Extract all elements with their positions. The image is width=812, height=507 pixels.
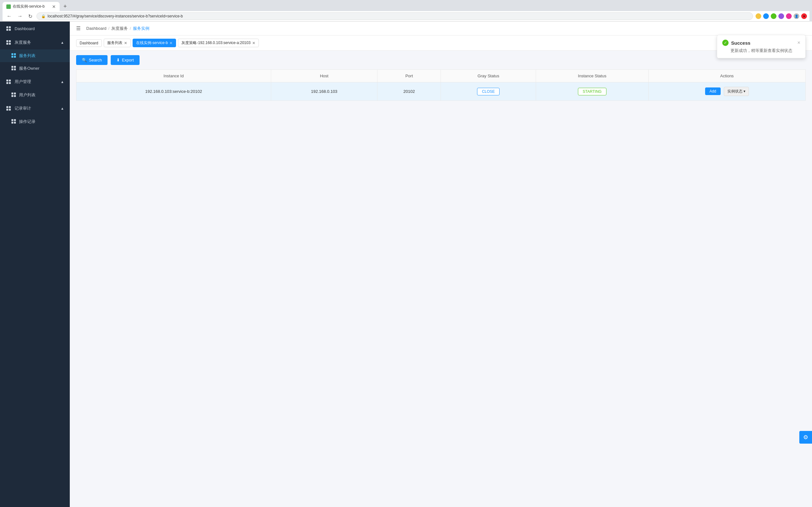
breadcrumb-dashboard[interactable]: Dashboard — [86, 26, 107, 31]
gear-icon: ⚙ — [803, 434, 808, 441]
cell-port: 20102 — [377, 82, 441, 101]
svg-rect-16 — [6, 79, 8, 81]
user-list-icon — [11, 93, 16, 98]
filter-tag-instance[interactable]: 在线实例-service-b ✕ — [133, 39, 176, 47]
breadcrumb-service-instance[interactable]: 服务实例 — [133, 26, 149, 32]
breadcrumb-gray-service[interactable]: 灰度服务 — [111, 26, 128, 32]
sidebar-label-op-log: 操作记录 — [19, 119, 36, 124]
svg-rect-19 — [9, 82, 11, 84]
back-button[interactable]: ← — [5, 13, 13, 20]
table-row: 192.168.0.103:service-b:20102 192.168.0.… — [77, 82, 806, 101]
sidebar-label-audit: 记录审计 — [14, 106, 31, 111]
address-bar[interactable]: 🔒 localhost:9527/#/gray/service/discover… — [37, 12, 753, 20]
sidebar-item-user-mgmt[interactable]: 用户管理 ▲ — [0, 75, 70, 89]
tab-bar: 在线实例-service-b ✕ + — [3, 2, 809, 11]
cell-instance-id: 192.168.0.103:service-b:20102 — [77, 82, 271, 101]
notification-close-button[interactable]: × — [798, 40, 800, 46]
sidebar-item-op-log[interactable]: 操作记录 — [0, 115, 70, 128]
svg-rect-1 — [9, 26, 11, 28]
gray-status-close-button[interactable]: CLOSE — [477, 88, 500, 95]
col-gray-status: Gray Status — [441, 70, 536, 82]
export-icon: ⬇ — [116, 58, 120, 62]
svg-rect-22 — [11, 95, 13, 97]
filter-tag-gray-strategy-close[interactable]: ✕ — [252, 41, 255, 45]
gray-service-icon — [6, 40, 11, 45]
svg-rect-2 — [6, 29, 8, 31]
svg-rect-28 — [11, 119, 13, 121]
filter-tag-dashboard[interactable]: Dashboard — [76, 39, 102, 47]
browser-ext-icon-1 — [756, 13, 761, 19]
dashboard-icon — [6, 26, 11, 32]
topbar: ☰ Dashboard / 灰度服务 / 服务实例 — [70, 21, 812, 36]
gray-service-arrow: ▲ — [61, 41, 64, 44]
tab-close-button[interactable]: ✕ — [52, 4, 56, 9]
sidebar-label-gray-service: 灰度服务 — [14, 40, 31, 45]
svg-rect-10 — [11, 56, 13, 58]
cell-host: 192.168.0.103 — [271, 82, 377, 101]
col-port: Port — [377, 70, 441, 82]
success-notification: ✓ Success × 更新成功，稍等重新查看实例状态 — [717, 35, 806, 58]
notification-body: 更新成功，稍等重新查看实例状态 — [722, 48, 800, 54]
svg-rect-17 — [9, 79, 11, 81]
filter-tag-instance-close[interactable]: ✕ — [169, 41, 172, 45]
svg-rect-7 — [9, 43, 11, 45]
col-instance-status: Instance Status — [536, 70, 649, 82]
instances-table: Instance Id Host Port Gray Status Instan… — [76, 69, 806, 101]
filter-tag-service-list-close[interactable]: ✕ — [124, 41, 127, 45]
filter-tag-gray-strategy[interactable]: 灰度策略-192.168.0.103:service-a:20103 ✕ — [178, 39, 258, 47]
svg-rect-29 — [14, 119, 16, 121]
export-button[interactable]: ⬇ Export — [111, 55, 140, 65]
filter-tag-service-list[interactable]: 服务列表 ✕ — [104, 39, 131, 47]
svg-rect-27 — [9, 109, 11, 111]
browser-tab[interactable]: 在线实例-service-b ✕ — [3, 2, 60, 11]
sidebar-label-user-list: 用户列表 — [19, 92, 36, 98]
svg-rect-30 — [11, 122, 13, 124]
search-button[interactable]: 🔍 Search — [76, 55, 107, 65]
table-container: Instance Id Host Port Gray Status Instan… — [70, 69, 812, 107]
instance-status-starting-button[interactable]: STARTING — [578, 88, 606, 95]
cell-gray-status: CLOSE — [441, 82, 536, 101]
tab-title: 在线实例-service-b — [13, 4, 45, 9]
cell-actions: Add 实例状态 ▾ — [648, 82, 805, 101]
forward-button[interactable]: → — [16, 13, 24, 20]
col-host: Host — [271, 70, 377, 82]
sidebar-item-service-owner[interactable]: 服务Owner — [0, 62, 70, 75]
browser-ext-icon-3 — [771, 13, 776, 19]
new-tab-button[interactable]: + — [61, 2, 69, 11]
instance-state-button[interactable]: 实例状态 ▾ — [724, 87, 749, 96]
browser-icons: 👤 ✕ — [756, 13, 807, 19]
svg-rect-14 — [11, 68, 13, 70]
browser-close-icon[interactable]: ✕ — [801, 13, 807, 19]
sidebar-item-user-list[interactable]: 用户列表 — [0, 89, 70, 101]
sidebar-item-dashboard[interactable]: Dashboard — [0, 21, 70, 36]
svg-rect-31 — [14, 122, 16, 124]
audit-arrow: ▲ — [61, 107, 64, 110]
settings-fab[interactable]: ⚙ — [799, 431, 812, 444]
user-mgmt-icon — [6, 79, 11, 84]
svg-rect-21 — [14, 93, 16, 95]
svg-rect-23 — [14, 95, 16, 97]
breadcrumb: Dashboard / 灰度服务 / 服务实例 — [86, 26, 149, 32]
hamburger-icon[interactable]: ☰ — [76, 25, 81, 32]
notification-header: ✓ Success × — [722, 40, 800, 46]
breadcrumb-sep-1: / — [108, 26, 110, 31]
service-list-icon — [11, 53, 16, 59]
svg-rect-4 — [6, 40, 8, 42]
sidebar-label-dashboard: Dashboard — [14, 26, 35, 31]
col-actions: Actions — [648, 70, 805, 82]
svg-rect-13 — [14, 66, 16, 68]
svg-rect-26 — [6, 109, 8, 111]
browser-chrome: 在线实例-service-b ✕ + ← → ↻ 🔒 localhost:952… — [0, 0, 812, 21]
profile-icon[interactable]: 👤 — [794, 13, 799, 19]
instance-state-dropdown-icon: ▾ — [744, 89, 745, 94]
add-button[interactable]: Add — [705, 88, 721, 95]
sidebar-item-service-list[interactable]: 服务列表 — [0, 49, 70, 62]
address-bar-row: ← → ↻ 🔒 localhost:9527/#/gray/service/di… — [3, 11, 809, 21]
svg-rect-0 — [6, 26, 8, 28]
app: Dashboard 灰度服务 ▲ 服务列表 服务Owner 用户管理 — [0, 21, 812, 507]
service-owner-icon — [11, 66, 16, 71]
sidebar-item-gray-service[interactable]: 灰度服务 ▲ — [0, 36, 70, 49]
sidebar-item-audit[interactable]: 记录审计 ▲ — [0, 101, 70, 115]
svg-rect-5 — [9, 40, 11, 42]
reload-button[interactable]: ↻ — [27, 13, 34, 20]
